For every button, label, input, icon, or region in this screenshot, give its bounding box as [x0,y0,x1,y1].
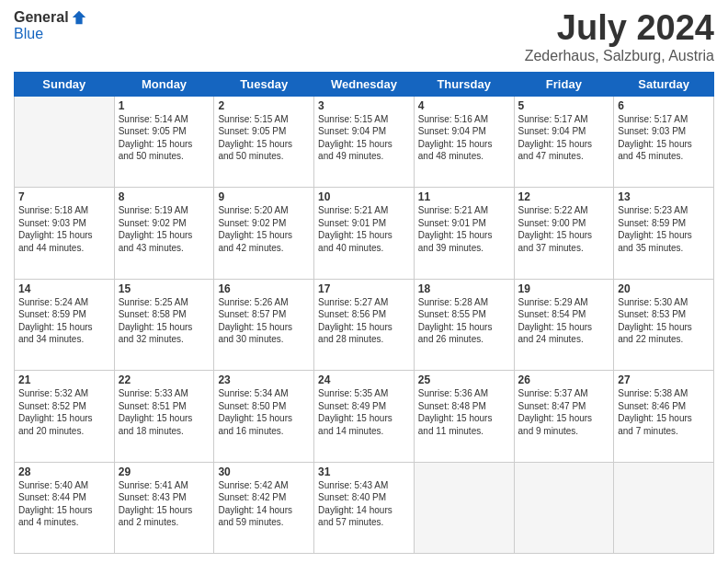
day-info: Sunrise: 5:15 AMSunset: 9:05 PMDaylight:… [218,114,292,162]
calendar-cell [514,462,614,553]
calendar-cell: 31 Sunrise: 5:43 AMSunset: 8:40 PMDaylig… [314,462,415,553]
calendar-cell: 10 Sunrise: 5:21 AMSunset: 9:01 PMDaylig… [314,188,415,279]
calendar-week-row: 14 Sunrise: 5:24 AMSunset: 8:59 PMDaylig… [15,279,714,370]
day-info: Sunrise: 5:42 AMSunset: 8:42 PMDaylight:… [218,480,292,528]
day-info: Sunrise: 5:15 AMSunset: 9:04 PMDaylight:… [318,114,392,162]
day-number: 19 [518,282,610,295]
weekday-header-sunday: Sunday [15,72,115,96]
day-info: Sunrise: 5:30 AMSunset: 8:53 PMDaylight:… [618,297,692,345]
day-number: 24 [318,373,410,386]
day-number: 11 [418,190,510,203]
day-number: 12 [518,190,610,203]
day-number: 8 [119,190,210,203]
header: General Blue July 2024 Zederhaus, Salzbu… [14,9,714,64]
calendar-cell: 2 Sunrise: 5:15 AMSunset: 9:05 PMDayligh… [214,96,314,187]
calendar-cell: 21 Sunrise: 5:32 AMSunset: 8:52 PMDaylig… [15,371,115,462]
calendar-cell: 18 Sunrise: 5:28 AMSunset: 8:55 PMDaylig… [414,279,514,370]
calendar-week-row: 1 Sunrise: 5:14 AMSunset: 9:05 PMDayligh… [15,96,714,187]
calendar-cell: 26 Sunrise: 5:37 AMSunset: 8:47 PMDaylig… [514,371,614,462]
calendar-cell: 13 Sunrise: 5:23 AMSunset: 8:59 PMDaylig… [614,188,714,279]
day-number: 27 [618,373,710,386]
day-number: 20 [618,282,710,295]
title-block: July 2024 Zederhaus, Salzburg, Austria [525,9,714,64]
weekday-header-thursday: Thursday [414,72,514,96]
page: General Blue July 2024 Zederhaus, Salzbu… [0,0,728,563]
day-number: 22 [119,373,210,386]
day-number: 14 [18,282,110,295]
day-info: Sunrise: 5:34 AMSunset: 8:50 PMDaylight:… [218,388,292,436]
day-info: Sunrise: 5:29 AMSunset: 8:54 PMDaylight:… [518,297,593,345]
calendar-week-row: 7 Sunrise: 5:18 AMSunset: 9:03 PMDayligh… [15,188,714,279]
day-number: 4 [418,99,510,112]
day-info: Sunrise: 5:43 AMSunset: 8:40 PMDaylight:… [318,480,392,528]
day-info: Sunrise: 5:17 AMSunset: 9:03 PMDaylight:… [618,114,692,162]
calendar-cell [15,96,115,187]
day-number: 6 [618,99,710,112]
calendar-cell: 30 Sunrise: 5:42 AMSunset: 8:42 PMDaylig… [214,462,314,553]
day-number: 28 [18,465,110,478]
day-number: 21 [18,373,110,386]
calendar-cell: 22 Sunrise: 5:33 AMSunset: 8:51 PMDaylig… [114,371,214,462]
weekday-header-wednesday: Wednesday [314,72,415,96]
calendar-cell: 20 Sunrise: 5:30 AMSunset: 8:53 PMDaylig… [614,279,714,370]
day-info: Sunrise: 5:38 AMSunset: 8:46 PMDaylight:… [618,388,692,436]
day-info: Sunrise: 5:41 AMSunset: 8:43 PMDaylight:… [119,480,193,528]
weekday-header-monday: Monday [114,72,214,96]
calendar-table: SundayMondayTuesdayWednesdayThursdayFrid… [14,72,714,554]
day-number: 31 [318,465,410,478]
location-subtitle: Zederhaus, Salzburg, Austria [525,48,714,64]
day-number: 7 [18,190,110,203]
calendar-cell: 23 Sunrise: 5:34 AMSunset: 8:50 PMDaylig… [214,371,314,462]
calendar-cell: 12 Sunrise: 5:22 AMSunset: 9:00 PMDaylig… [514,188,614,279]
day-info: Sunrise: 5:40 AMSunset: 8:44 PMDaylight:… [18,480,93,528]
calendar-cell [614,462,714,553]
day-number: 3 [318,99,410,112]
day-number: 13 [618,190,710,203]
calendar-cell: 11 Sunrise: 5:21 AMSunset: 9:01 PMDaylig… [414,188,514,279]
calendar-cell: 14 Sunrise: 5:24 AMSunset: 8:59 PMDaylig… [15,279,115,370]
calendar-cell: 24 Sunrise: 5:35 AMSunset: 8:49 PMDaylig… [314,371,415,462]
calendar-cell: 27 Sunrise: 5:38 AMSunset: 8:46 PMDaylig… [614,371,714,462]
day-number: 1 [119,99,210,112]
weekday-header-friday: Friday [514,72,614,96]
day-number: 2 [218,99,310,112]
day-info: Sunrise: 5:21 AMSunset: 9:01 PMDaylight:… [318,205,392,253]
day-number: 16 [218,282,310,295]
calendar-cell: 7 Sunrise: 5:18 AMSunset: 9:03 PMDayligh… [15,188,115,279]
day-number: 26 [518,373,610,386]
calendar-cell: 8 Sunrise: 5:19 AMSunset: 9:02 PMDayligh… [114,188,214,279]
day-number: 17 [318,282,410,295]
day-info: Sunrise: 5:21 AMSunset: 9:01 PMDaylight:… [418,205,493,253]
weekday-header-row: SundayMondayTuesdayWednesdayThursdayFrid… [15,72,714,96]
day-number: 18 [418,282,510,295]
day-info: Sunrise: 5:32 AMSunset: 8:52 PMDaylight:… [18,388,93,436]
calendar-cell: 28 Sunrise: 5:40 AMSunset: 8:44 PMDaylig… [15,462,115,553]
day-number: 5 [518,99,610,112]
calendar-cell: 1 Sunrise: 5:14 AMSunset: 9:05 PMDayligh… [114,96,214,187]
calendar-week-row: 21 Sunrise: 5:32 AMSunset: 8:52 PMDaylig… [15,371,714,462]
logo-general-text: General [14,9,69,26]
day-info: Sunrise: 5:27 AMSunset: 8:56 PMDaylight:… [318,297,392,345]
calendar-cell: 5 Sunrise: 5:17 AMSunset: 9:04 PMDayligh… [514,96,614,187]
day-info: Sunrise: 5:23 AMSunset: 8:59 PMDaylight:… [618,205,692,253]
weekday-header-tuesday: Tuesday [214,72,314,96]
day-number: 23 [218,373,310,386]
calendar-cell: 4 Sunrise: 5:16 AMSunset: 9:04 PMDayligh… [414,96,514,187]
day-number: 9 [218,190,310,203]
month-year-title: July 2024 [525,9,714,48]
day-info: Sunrise: 5:36 AMSunset: 8:48 PMDaylight:… [418,388,493,436]
calendar-cell [414,462,514,553]
calendar-cell: 25 Sunrise: 5:36 AMSunset: 8:48 PMDaylig… [414,371,514,462]
day-info: Sunrise: 5:22 AMSunset: 9:00 PMDaylight:… [518,205,593,253]
day-number: 29 [119,465,210,478]
calendar-cell: 16 Sunrise: 5:26 AMSunset: 8:57 PMDaylig… [214,279,314,370]
calendar-cell: 9 Sunrise: 5:20 AMSunset: 9:02 PMDayligh… [214,188,314,279]
day-info: Sunrise: 5:19 AMSunset: 9:02 PMDaylight:… [119,205,193,253]
logo-blue-text: Blue [14,26,43,41]
day-number: 30 [218,465,310,478]
day-number: 10 [318,190,410,203]
day-info: Sunrise: 5:33 AMSunset: 8:51 PMDaylight:… [119,388,193,436]
calendar-cell: 17 Sunrise: 5:27 AMSunset: 8:56 PMDaylig… [314,279,415,370]
day-number: 15 [119,282,210,295]
day-info: Sunrise: 5:14 AMSunset: 9:05 PMDaylight:… [119,114,193,162]
